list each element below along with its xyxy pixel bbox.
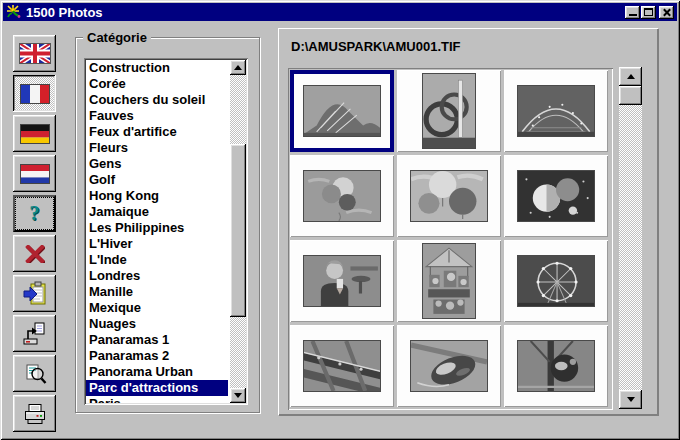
category-item-selected[interactable]: Parc d'attractions	[86, 380, 228, 396]
thumbnail[interactable]	[290, 240, 394, 322]
red-x-icon	[25, 245, 45, 263]
category-item[interactable]: Nuages	[86, 316, 228, 332]
arrow-up-icon	[234, 65, 242, 70]
toolbar-button-delete[interactable]	[13, 235, 56, 272]
toolbar-button-lang-german[interactable]	[13, 115, 56, 152]
thumbnail[interactable]	[397, 325, 501, 407]
category-item[interactable]: Panaramas 2	[86, 348, 228, 364]
app-firework-icon	[6, 4, 22, 20]
thumbnail[interactable]	[290, 155, 394, 237]
category-item[interactable]: L'Inde	[86, 252, 228, 268]
france-flag-icon	[20, 84, 50, 104]
thumbnail[interactable]	[504, 325, 608, 407]
thumbnail[interactable]	[397, 70, 501, 152]
toolbar-button-help[interactable]: ?	[13, 195, 56, 232]
minimize-button[interactable]	[625, 6, 640, 19]
photo-image	[303, 170, 381, 222]
category-item[interactable]: Golf	[86, 172, 228, 188]
category-item[interactable]: Panorama Urban	[86, 364, 228, 380]
photo-image	[422, 73, 476, 149]
arrow-down-icon	[627, 397, 635, 402]
clipboard-arrow-icon	[22, 281, 48, 307]
category-item[interactable]: Fleurs	[86, 140, 228, 156]
viewer-scrollbar-thumb[interactable]	[619, 86, 642, 105]
thumbnail[interactable]	[504, 70, 608, 152]
category-listbox[interactable]: ConstructionCoréeCouchers du soleilFauve…	[84, 58, 248, 405]
photo-image	[517, 85, 595, 137]
viewer-scrollbar[interactable]	[619, 67, 642, 409]
thumbnail[interactable]	[397, 155, 501, 237]
viewer-scrollbar-track[interactable]	[619, 86, 642, 390]
title-bar: 1500 Photos	[3, 3, 677, 21]
photo-image	[517, 255, 595, 307]
app-window: 1500 Photos ? Catégorie ConstructionCoré…	[0, 0, 680, 440]
category-item[interactable]: Les Philippines	[86, 220, 228, 236]
search-document-icon	[22, 361, 48, 387]
category-item[interactable]: Mexique	[86, 300, 228, 316]
netherlands-flag-icon	[20, 164, 50, 184]
toolbar-button-lang-french[interactable]	[13, 75, 56, 112]
file-path-label: D:\AMUSPARK\AMU001.TIF	[291, 39, 461, 54]
germany-flag-icon	[20, 124, 50, 144]
viewer-scroll-down-button[interactable]	[619, 390, 642, 409]
photo-image	[303, 85, 381, 137]
category-groupbox: Catégorie ConstructionCoréeCouchers du s…	[75, 37, 260, 413]
toolbar: ?	[13, 35, 56, 432]
category-scroll-up-button[interactable]	[230, 60, 246, 75]
category-item[interactable]: Construction	[86, 60, 228, 76]
viewer-panel: D:\AMUSPARK\AMU001.TIF	[278, 28, 658, 415]
photo-image	[422, 243, 476, 319]
maximize-button[interactable]	[641, 6, 656, 19]
category-scrollbar[interactable]	[230, 60, 246, 403]
category-item[interactable]: Gens	[86, 156, 228, 172]
thumbnail-grid	[288, 68, 613, 410]
category-item[interactable]: Jamaique	[86, 204, 228, 220]
category-item[interactable]: Feux d'artifice	[86, 124, 228, 140]
export-file-icon	[22, 321, 48, 347]
toolbar-button-print[interactable]	[13, 395, 56, 432]
category-item[interactable]: Hong Kong	[86, 188, 228, 204]
close-button[interactable]	[659, 6, 674, 19]
question-mark-icon: ?	[29, 203, 40, 224]
minimize-icon	[629, 14, 637, 16]
category-item[interactable]: Manille	[86, 284, 228, 300]
category-item[interactable]: Fauves	[86, 108, 228, 124]
photo-image	[410, 170, 488, 222]
toolbar-button-export-file[interactable]	[13, 315, 56, 352]
thumbnail[interactable]	[397, 240, 501, 322]
maximize-icon	[644, 8, 653, 16]
thumbnail[interactable]	[290, 325, 394, 407]
category-item[interactable]: Couchers du soleil	[86, 92, 228, 108]
thumbnail-selected[interactable]	[290, 70, 394, 152]
category-list-items: ConstructionCoréeCouchers du soleilFauve…	[86, 60, 228, 403]
titlebar-controls	[624, 6, 674, 19]
window-title: 1500 Photos	[26, 5, 103, 20]
close-icon	[662, 8, 671, 17]
toolbar-button-browse-search[interactable]	[13, 355, 56, 392]
arrow-up-icon	[627, 74, 635, 79]
category-label: Catégorie	[83, 30, 151, 45]
category-item[interactable]: Paris	[86, 396, 228, 403]
photo-image	[517, 340, 595, 392]
printer-icon	[22, 401, 48, 427]
photo-image	[517, 170, 595, 222]
thumbnail[interactable]	[504, 240, 608, 322]
category-scroll-down-button[interactable]	[230, 388, 246, 403]
category-item[interactable]: Panaramas 1	[86, 332, 228, 348]
toolbar-button-lang-english[interactable]	[13, 35, 56, 72]
photo-image	[303, 255, 381, 307]
category-item[interactable]: Londres	[86, 268, 228, 284]
category-scrollbar-track[interactable]	[230, 75, 246, 388]
category-item[interactable]: L'Hiver	[86, 236, 228, 252]
category-scrollbar-thumb[interactable]	[230, 144, 246, 317]
uk-flag-icon	[19, 43, 51, 64]
viewer-scroll-up-button[interactable]	[619, 67, 642, 86]
toolbar-button-copy-to-clipboard[interactable]	[13, 275, 56, 312]
toolbar-button-lang-dutch[interactable]	[13, 155, 56, 192]
photo-image	[410, 340, 488, 392]
thumbnail[interactable]	[504, 155, 608, 237]
category-item[interactable]: Corée	[86, 76, 228, 92]
photo-image	[303, 340, 381, 392]
arrow-down-icon	[234, 393, 242, 398]
